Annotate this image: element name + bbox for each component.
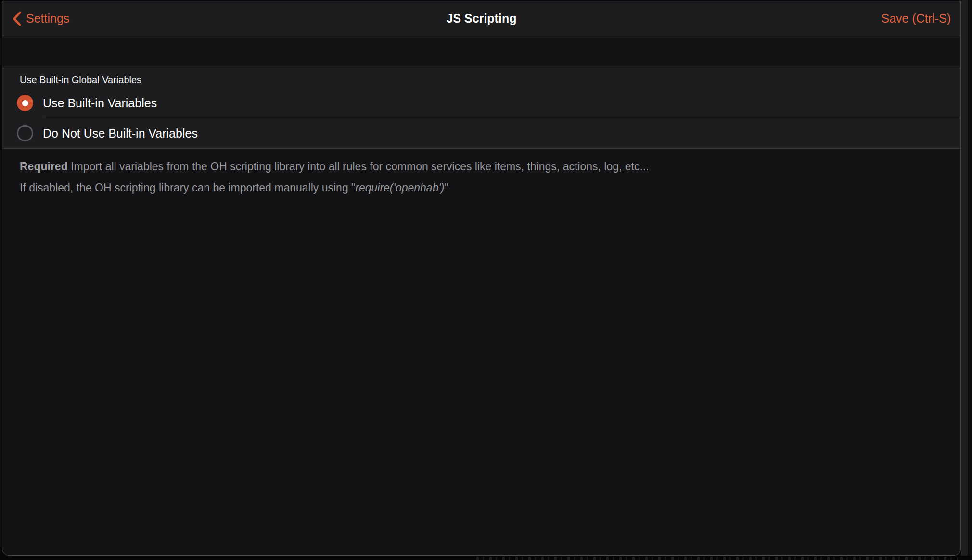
description-line-1: Required Import all variables from the O… [20,156,941,177]
radio-selected-icon[interactable] [17,95,33,111]
description-code-snippet: require('openhab') [355,181,444,194]
parameter-description: Required Import all variables from the O… [2,149,960,198]
settings-window: Settings JS Scripting Save (Ctrl-S) Use … [2,1,961,556]
radio-unselected-icon[interactable] [17,125,33,141]
description-line-2-text: If disabled, the OH scripting library ca… [20,181,355,194]
parameter-label: Use Built-in Global Variables [2,68,960,88]
page-background-spacer [2,36,960,68]
background-window-right-sliver [961,0,972,560]
radio-dot [22,100,28,106]
navbar: Settings JS Scripting Save (Ctrl-S) [2,1,960,36]
background-terminal-text-artifact [476,557,958,560]
page-title: JS Scripting [2,12,960,25]
save-button[interactable]: Save (Ctrl-S) [882,13,951,25]
radio-option-no-builtin[interactable]: Do Not Use Built-in Variables [2,118,960,148]
radio-option-label: Use Built-in Variables [43,96,157,110]
required-badge-text: Required [20,160,68,173]
radio-option-use-builtin[interactable]: Use Built-in Variables [2,88,960,118]
config-parameter-block: Use Built-in Global Variables Use Built-… [2,68,960,149]
description-line-2: If disabled, the OH scripting library ca… [20,177,941,198]
description-line-1-text: Import all variables from the OH scripti… [68,160,649,173]
back-button[interactable]: Settings [12,11,69,26]
chevron-left-icon [12,11,22,26]
radio-option-label: Do Not Use Built-in Variables [43,127,198,140]
back-button-label: Settings [26,13,69,25]
description-line-2-close-quote: " [444,181,448,194]
desktop: { "navbar": { "back_label": "Settings", … [0,0,972,560]
background-window-bottom-sliver [0,556,972,560]
